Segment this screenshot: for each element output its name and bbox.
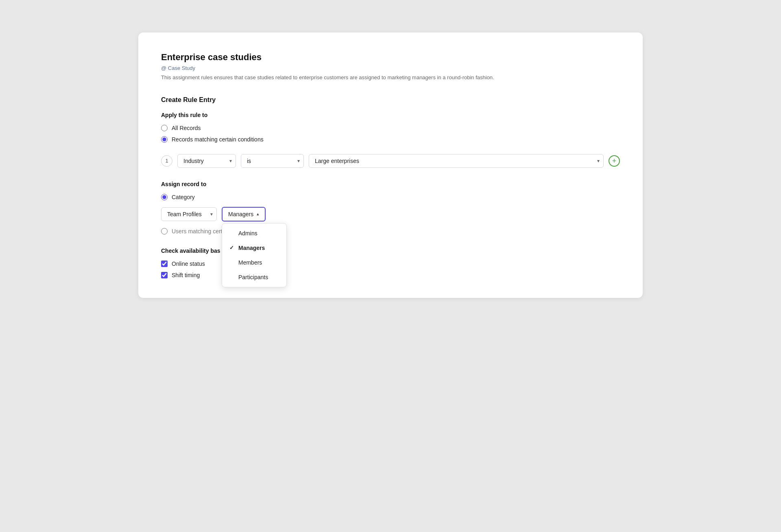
managers-dropdown-wrapper: Managers ▴ ✓ Admins ✓ Managers ✓ Members [222,207,266,221]
radio-category-label: Category [172,194,195,200]
assign-radio-group: Category [161,194,620,200]
assign-record-section: Assign record to Category Team Profiles … [161,181,620,235]
operator-select[interactable]: is is not contains does not contain [241,154,304,168]
field-select-wrapper: Industry Company Size Revenue Location ▾ [177,154,236,168]
plus-icon: + [612,157,617,165]
dropdown-item-managers[interactable]: ✓ Managers [222,241,286,255]
radio-all-records-label: All Records [172,125,201,131]
apply-rule-section: Apply this rule to All Records Records m… [161,112,620,143]
description-text: This assignment rules ensures that case … [161,74,620,82]
online-status-checkbox[interactable] [161,261,168,267]
dropdown-item-admins[interactable]: ✓ Admins [222,226,286,241]
radio-users-matching-input[interactable] [161,228,168,235]
shift-timing-checkbox[interactable] [161,272,168,278]
field-select[interactable]: Industry Company Size Revenue Location [177,154,236,168]
operator-select-wrapper: is is not contains does not contain ▾ [241,154,304,168]
main-card: Enterprise case studies @ Case Study Thi… [138,33,643,298]
condition-row: 1 Industry Company Size Revenue Location… [161,154,620,168]
members-label: Members [238,259,262,266]
shift-timing-label: Shift timing [172,272,200,278]
radio-users-matching-label: Users matching certa [172,228,225,235]
page-title: Enterprise case studies [161,52,620,63]
assign-record-label: Assign record to [161,181,620,187]
online-status-label: Online status [172,261,205,267]
apply-rule-label: Apply this rule to [161,112,620,118]
radio-category[interactable]: Category [161,194,620,200]
managers-label: Managers [238,245,265,251]
team-profiles-select-wrapper: Team Profiles Users Agents ▾ [161,207,217,221]
radio-category-input[interactable] [161,194,168,200]
page-header: Enterprise case studies @ Case Study Thi… [161,52,620,82]
create-rule-section-title: Create Rule Entry [161,96,620,104]
managers-chevron-up-icon: ▴ [257,211,259,217]
radio-all-records[interactable]: All Records [161,125,620,131]
radio-users-matching[interactable]: Users matching certa [161,228,225,235]
subtitle-label: @ Case Study [161,65,620,71]
managers-dropdown-menu: ✓ Admins ✓ Managers ✓ Members ✓ Particip… [222,223,287,287]
participants-label: Participants [238,274,268,280]
radio-all-records-input[interactable] [161,125,168,131]
value-select[interactable]: Large enterprises Small enterprises Medi… [309,154,604,168]
category-dropdowns-row: Team Profiles Users Agents ▾ Managers ▴ … [161,207,620,221]
radio-matching-conditions-label: Records matching certain conditions [172,136,264,143]
radio-matching-conditions[interactable]: Records matching certain conditions [161,136,620,143]
value-select-wrapper: Large enterprises Small enterprises Medi… [309,154,604,168]
dropdown-item-participants[interactable]: ✓ Participants [222,270,286,284]
apply-rule-radio-group: All Records Records matching certain con… [161,125,620,143]
admins-label: Admins [238,230,257,237]
managers-check-icon: ✓ [229,245,235,251]
team-profiles-select[interactable]: Team Profiles Users Agents [161,207,217,221]
add-condition-button[interactable]: + [609,155,620,167]
managers-dropdown-button[interactable]: Managers ▴ [222,207,266,221]
dropdown-item-members[interactable]: ✓ Members [222,255,286,270]
managers-button-label: Managers [228,211,253,217]
radio-matching-conditions-input[interactable] [161,136,168,143]
condition-number: 1 [161,155,172,167]
